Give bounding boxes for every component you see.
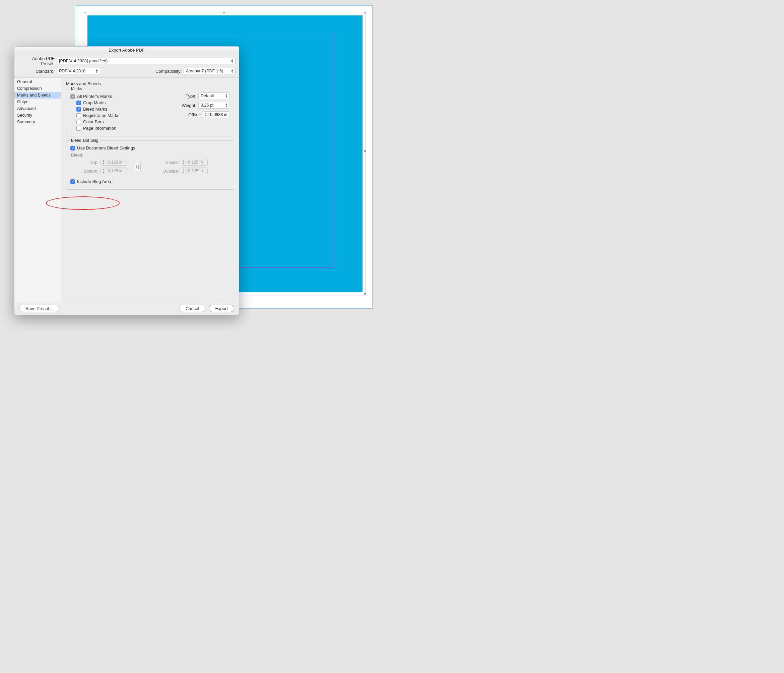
cancel-label: Cancel xyxy=(186,306,199,311)
bleedslug-legend: Bleed and Slug xyxy=(70,138,100,143)
bleed-inside-stepper: ▲▼ xyxy=(181,159,208,165)
checkbox-checked-icon xyxy=(70,146,75,151)
compat-label: Compatibility: xyxy=(156,69,182,74)
dialog-footer: Save Preset... Cancel Export xyxy=(14,302,239,315)
sidebar-item-compression[interactable]: Compression xyxy=(14,85,61,92)
standard-select[interactable]: PDF/X-4:2010 ▲▼ xyxy=(57,68,100,75)
handle[interactable] xyxy=(364,150,366,152)
bleed-heading: Bleed: xyxy=(71,153,230,157)
checkbox-mixed-icon xyxy=(70,94,75,99)
bleed-bottom-input xyxy=(106,168,127,174)
use-doc-bleed-row[interactable]: Use Document Bleed Settings xyxy=(70,145,230,151)
bleed-slug-fieldset: Bleed and Slug Use Document Bleed Settin… xyxy=(66,140,234,190)
dialog-title: Export Adobe PDF xyxy=(14,47,239,54)
handle[interactable] xyxy=(364,293,366,295)
category-sidebar: General Compression Marks and Bleeds Out… xyxy=(14,78,61,302)
page-information-row[interactable]: Page Information xyxy=(76,126,157,131)
bleed-marks-row[interactable]: Bleed Marks xyxy=(76,107,157,112)
weight-select[interactable]: 0.25 pt ▲▼ xyxy=(198,102,230,109)
bleed-outside-input xyxy=(187,168,207,174)
checkbox-checked-icon xyxy=(76,101,81,105)
sidebar-item-security[interactable]: Security xyxy=(14,112,61,118)
export-pdf-dialog: Export Adobe PDF Adobe PDF Preset: [PDF/… xyxy=(14,46,239,315)
dialog-header-controls: Adobe PDF Preset: [PDF/X-4:2008] (modifi… xyxy=(14,54,239,78)
stepper-arrows-icon: ▲▼ xyxy=(181,168,187,174)
stepper-arrows-icon: ▲▼ xyxy=(101,168,106,174)
cancel-button[interactable]: Cancel xyxy=(179,305,205,312)
checkbox-icon xyxy=(76,120,81,125)
standard-value: PDF/X-4:2010 xyxy=(59,69,86,73)
offset-input[interactable] xyxy=(209,112,230,118)
bleed-outside-stepper: ▲▼ xyxy=(181,168,208,174)
weight-value: 0.25 pt xyxy=(201,103,213,107)
bleed-top-input xyxy=(106,159,127,165)
bleed-marks-label: Bleed Marks xyxy=(83,107,107,112)
bleed-inside-label: Inside: xyxy=(166,160,179,165)
handle[interactable] xyxy=(223,12,225,13)
sidebar-item-summary[interactable]: Summary xyxy=(14,118,61,125)
include-slug-label: Include Slug Area xyxy=(77,179,111,184)
all-marks-label: All Printer's Marks xyxy=(77,94,112,99)
offset-stepper[interactable]: ▲▼ xyxy=(203,111,230,118)
marks-legend: Marks xyxy=(70,86,83,91)
checkbox-icon xyxy=(76,113,81,118)
sidebar-item-general[interactable]: General xyxy=(14,78,61,85)
preset-label: Adobe PDF Preset: xyxy=(18,56,54,66)
preset-select[interactable]: [PDF/X-4:2008] (modified) ▲▼ xyxy=(57,58,235,64)
panel-content: Marks and Bleeds Marks All Printer's Mar… xyxy=(61,78,239,302)
checkbox-icon xyxy=(76,126,81,131)
compat-select[interactable]: Acrobat 7 (PDF 1.6) ▲▼ xyxy=(184,68,235,75)
use-doc-bleed-label: Use Document Bleed Settings xyxy=(77,145,135,151)
type-value: Default xyxy=(201,93,214,98)
stepper-arrows-icon[interactable]: ▲▼ xyxy=(203,112,209,117)
checkbox-checked-icon xyxy=(70,179,75,184)
page-information-label: Page Information xyxy=(83,126,116,131)
save-preset-button[interactable]: Save Preset... xyxy=(19,305,59,312)
sidebar-item-advanced[interactable]: Advanced xyxy=(14,105,61,112)
registration-marks-row[interactable]: Registration Marks xyxy=(76,113,157,118)
export-label: Export xyxy=(215,306,228,311)
include-slug-row[interactable]: Include Slug Area xyxy=(70,179,230,184)
crop-marks-label: Crop Marks xyxy=(83,100,106,105)
bleed-top-label: Top: xyxy=(90,160,98,165)
stepper-arrows-icon: ▲▼ xyxy=(181,159,187,165)
export-button[interactable]: Export xyxy=(209,305,234,312)
registration-marks-label: Registration Marks xyxy=(83,113,119,118)
bleed-inside-input xyxy=(187,159,207,165)
color-bars-label: Color Bars xyxy=(83,119,104,125)
link-icon: ⛓ xyxy=(134,162,141,171)
save-preset-label: Save Preset... xyxy=(25,306,53,311)
color-bars-row[interactable]: Color Bars xyxy=(76,119,157,125)
weight-label: Weight: xyxy=(182,103,196,108)
handle[interactable] xyxy=(364,12,366,13)
preset-value: [PDF/X-4:2008] (modified) xyxy=(59,59,107,63)
crop-marks-row[interactable]: Crop Marks xyxy=(76,100,157,105)
offset-label: Offset: xyxy=(188,112,201,117)
bleed-outside-label: Outside: xyxy=(163,168,179,174)
all-printers-marks-row[interactable]: All Printer's Marks xyxy=(70,94,157,99)
bleed-bottom-stepper: ▲▼ xyxy=(101,168,127,174)
panel-title: Marks and Bleeds xyxy=(66,81,234,86)
standard-label: Standard: xyxy=(18,69,54,74)
bleed-top-stepper: ▲▼ xyxy=(101,159,127,165)
stepper-arrows-icon: ▲▼ xyxy=(101,159,106,165)
sidebar-item-output[interactable]: Output xyxy=(14,98,61,105)
type-label: Type: xyxy=(186,93,196,98)
checkbox-checked-icon xyxy=(76,107,81,112)
bleed-bottom-label: Bottom: xyxy=(83,168,98,174)
compat-value: Acrobat 7 (PDF 1.6) xyxy=(186,69,223,73)
handle[interactable] xyxy=(84,12,86,13)
type-select[interactable]: Default ▲▼ xyxy=(198,92,230,99)
sidebar-item-marks-and-bleeds[interactable]: Marks and Bleeds xyxy=(14,92,61,98)
marks-fieldset: Marks All Printer's Marks Crop Marks xyxy=(66,89,234,136)
